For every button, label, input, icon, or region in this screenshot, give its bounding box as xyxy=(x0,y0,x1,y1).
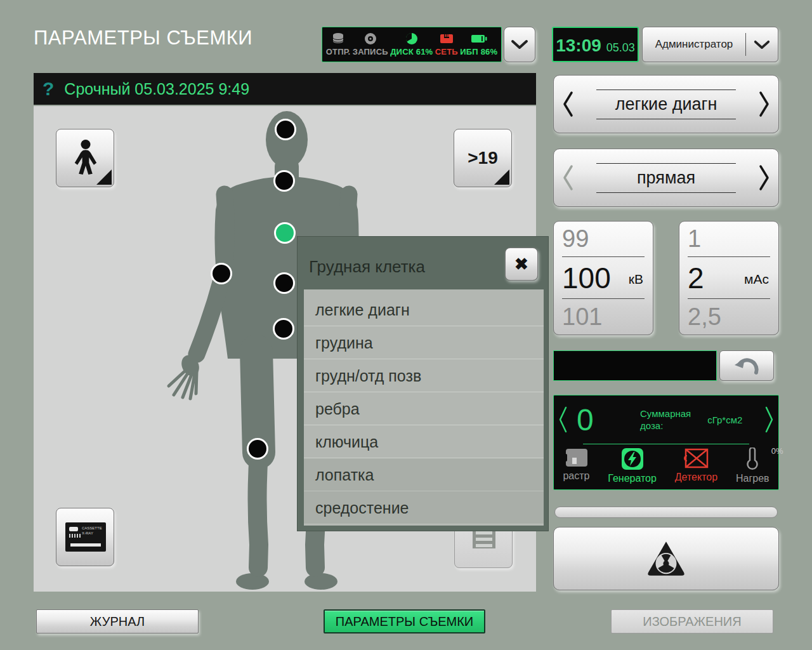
cassette-chip xyxy=(69,527,78,531)
device-heating-label: Нагрев xyxy=(736,473,769,484)
mas-current: 2 мАс xyxy=(688,257,770,299)
age-group-button[interactable]: >19 xyxy=(454,129,512,187)
kv-unit: кВ xyxy=(629,272,643,287)
status-ups: ИБП 86% xyxy=(460,32,497,56)
database-icon xyxy=(331,32,345,45)
organ-selector: легкие диагн xyxy=(553,75,779,133)
chevron-left-icon[interactable] xyxy=(558,404,568,435)
parameters-tab-label: ПАРАМЕТРЫ СЪЕМКИ xyxy=(336,614,474,629)
status-record: ЗАПИСЬ xyxy=(353,32,388,56)
list-item[interactable]: ребра xyxy=(304,392,544,425)
organ-selector-value: легкие диагн xyxy=(596,90,736,119)
dose-label-line1: Суммарная xyxy=(640,408,691,419)
body-point-head[interactable] xyxy=(275,119,296,140)
body-point-chest[interactable] xyxy=(274,222,296,244)
user-menu-button[interactable]: Администратор xyxy=(642,27,778,62)
status-send: ОТПР. xyxy=(326,32,351,56)
images-tab-button[interactable]: ИЗОБРАЖЕНИЯ xyxy=(611,609,773,633)
body-point-knee[interactable] xyxy=(247,438,268,460)
thermometer-icon xyxy=(745,448,759,470)
undo-button[interactable] xyxy=(719,350,774,381)
person-icon xyxy=(72,140,100,175)
list-item[interactable]: средостение xyxy=(304,491,544,524)
device-heating: 0% Нагрев xyxy=(736,448,769,484)
popup-close-button[interactable]: ✖ xyxy=(505,248,538,281)
popup-title: Грудная клетка xyxy=(309,257,425,277)
cassette-icon: CASSETTE X-RAY xyxy=(65,522,106,552)
dose-label-line2: доза: xyxy=(640,420,663,431)
submenu-corner-icon xyxy=(96,169,112,185)
cassette-text: CASSETTE xyxy=(82,526,102,531)
device-raster: растр xyxy=(563,448,589,482)
status-expand-button[interactable] xyxy=(504,27,535,62)
close-icon: ✖ xyxy=(514,255,528,274)
cassette-text: X-RAY xyxy=(82,531,93,536)
list-item[interactable]: легкие диагн xyxy=(304,293,544,326)
cassette-stripe xyxy=(70,543,101,547)
kv-spinner: 99 100 кВ 101 xyxy=(553,221,653,335)
kv-up-value[interactable]: 99 xyxy=(562,222,645,257)
chevron-left-icon[interactable] xyxy=(561,90,574,118)
kv-down-value[interactable]: 101 xyxy=(562,299,645,335)
device-raster-label: растр xyxy=(563,470,589,482)
patient-info-bar[interactable]: ? Срочный 05.03.2025 9:49 xyxy=(34,73,536,105)
network-icon xyxy=(439,32,454,45)
device-generator-label: Генератор xyxy=(608,473,657,484)
status-network: СЕТЬ xyxy=(435,32,458,56)
list-item[interactable]: грудина xyxy=(304,326,544,359)
projection-selector-value: прямая xyxy=(596,163,736,193)
list-item[interactable]: лопатка xyxy=(304,458,544,491)
age-group-label: >19 xyxy=(468,148,498,168)
xray-exposure-button[interactable] xyxy=(553,527,779,590)
status-network-label: СЕТЬ xyxy=(435,47,458,56)
body-point-neck[interactable] xyxy=(273,170,295,192)
status-disk: ДИСК 61% xyxy=(390,32,433,56)
list-item[interactable]: грудн/отд позв xyxy=(304,359,544,392)
chevron-left-icon[interactable] xyxy=(561,164,574,192)
divider xyxy=(583,444,749,444)
disc-icon xyxy=(364,32,377,45)
clock: 13:09 05.03 xyxy=(552,27,639,62)
body-point-abdomen[interactable] xyxy=(273,272,295,294)
chevron-right-icon[interactable] xyxy=(758,90,771,118)
status-ups-label: ИБП 86% xyxy=(460,47,497,56)
status-record-label: ЗАПИСЬ xyxy=(353,47,388,56)
detector-error-icon xyxy=(682,448,710,469)
journal-tab-label: ЖУРНАЛ xyxy=(90,614,145,629)
help-icon: ? xyxy=(43,78,54,100)
cassette-barcode xyxy=(69,534,82,538)
kv-current: 100 кВ xyxy=(562,257,645,299)
battery-icon xyxy=(471,32,487,45)
mas-up-value[interactable]: 1 xyxy=(688,222,770,257)
submenu-corner-icon xyxy=(494,169,509,185)
status-disk-label: ДИСК 61% xyxy=(390,47,433,56)
patient-type-button[interactable] xyxy=(56,129,114,187)
chevron-right-icon[interactable] xyxy=(758,164,771,192)
exam-parameters-screen: { "page": { "title": "ПАРАМЕТРЫ СЪЕМКИ" … xyxy=(0,0,812,650)
dose-panel: 0 Суммарная доза: сГр*см2 растр Генерат xyxy=(553,395,779,490)
body-point-left-arm[interactable] xyxy=(211,263,232,284)
clock-date: 05.03 xyxy=(606,41,635,55)
user-name: Администратор xyxy=(643,38,745,51)
device-detector-label: Детектор xyxy=(675,472,717,483)
projection-selector: прямая xyxy=(553,149,779,207)
images-tab-label: ИЗОБРАЖЕНИЯ xyxy=(643,614,741,629)
chevron-right-icon[interactable] xyxy=(764,404,775,435)
list-item[interactable]: ключица xyxy=(304,425,544,458)
body-region-list: легкие диагн грудина грудн/отд позв ребр… xyxy=(304,289,544,526)
mas-down-value[interactable]: 2,5 xyxy=(688,299,770,335)
mas-spinner: 1 2 мАс 2,5 xyxy=(679,221,779,335)
generator-icon xyxy=(621,448,644,470)
parameters-tab-button[interactable]: ПАРАМЕТРЫ СЪЕМКИ xyxy=(324,609,485,633)
device-detector: Детектор xyxy=(675,448,717,483)
exposure-display xyxy=(553,350,717,381)
cassette-button[interactable]: CASSETTE X-RAY xyxy=(56,508,114,566)
exposure-progress-bar xyxy=(554,507,778,518)
heating-percent: 0% xyxy=(771,446,783,456)
mas-unit: мАс xyxy=(744,272,769,287)
chevron-down-icon xyxy=(753,40,771,50)
body-point-pelvis[interactable] xyxy=(273,318,294,340)
raster-icon xyxy=(563,448,589,468)
journal-tab-button[interactable]: ЖУРНАЛ xyxy=(36,609,199,633)
mas-value: 2 xyxy=(688,261,704,295)
